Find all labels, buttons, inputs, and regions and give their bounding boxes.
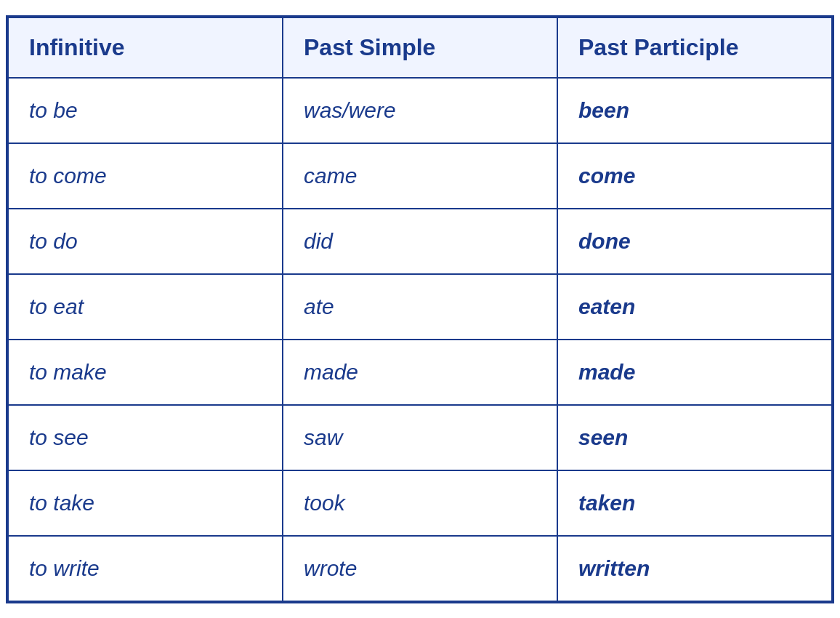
table-row: to taketooktaken bbox=[8, 470, 832, 536]
cell-past-participle: come bbox=[557, 143, 832, 209]
cell-infinitive: to eat bbox=[8, 274, 283, 340]
cell-past-participle: eaten bbox=[557, 274, 832, 340]
cell-past-participle: done bbox=[557, 209, 832, 274]
cell-past-participle: seen bbox=[557, 405, 832, 470]
table-row: to bewas/werebeen bbox=[8, 78, 832, 143]
cell-past-participle: made bbox=[557, 340, 832, 405]
cell-infinitive: to see bbox=[8, 405, 283, 470]
table-row: to seesawseen bbox=[8, 405, 832, 470]
table-row: to writewrotewritten bbox=[8, 536, 832, 601]
cell-infinitive: to write bbox=[8, 536, 283, 601]
verb-table-wrapper: Infinitive Past Simple Past Participle t… bbox=[6, 15, 834, 603]
cell-infinitive: to make bbox=[8, 340, 283, 405]
cell-past-simple: wrote bbox=[283, 536, 557, 601]
cell-infinitive: to take bbox=[8, 470, 283, 536]
cell-past-participle: been bbox=[557, 78, 832, 143]
irregular-verbs-table: Infinitive Past Simple Past Participle t… bbox=[7, 17, 833, 602]
table-row: to comecamecome bbox=[8, 143, 832, 209]
cell-past-simple: came bbox=[283, 143, 557, 209]
cell-past-simple: was/were bbox=[283, 78, 557, 143]
table-row: to dodiddone bbox=[8, 209, 832, 274]
cell-past-simple: did bbox=[283, 209, 557, 274]
table-row: to makemademade bbox=[8, 340, 832, 405]
cell-infinitive: to come bbox=[8, 143, 283, 209]
cell-infinitive: to do bbox=[8, 209, 283, 274]
cell-past-simple: took bbox=[283, 470, 557, 536]
cell-past-participle: written bbox=[557, 536, 832, 601]
cell-past-simple: ate bbox=[283, 274, 557, 340]
table-row: to eatateeaten bbox=[8, 274, 832, 340]
table-header-row: Infinitive Past Simple Past Participle bbox=[8, 17, 832, 78]
header-past-simple: Past Simple bbox=[283, 17, 557, 78]
header-past-participle: Past Participle bbox=[557, 17, 832, 78]
cell-past-participle: taken bbox=[557, 470, 832, 536]
cell-past-simple: made bbox=[283, 340, 557, 405]
cell-infinitive: to be bbox=[8, 78, 283, 143]
header-infinitive: Infinitive bbox=[8, 17, 283, 78]
cell-past-simple: saw bbox=[283, 405, 557, 470]
